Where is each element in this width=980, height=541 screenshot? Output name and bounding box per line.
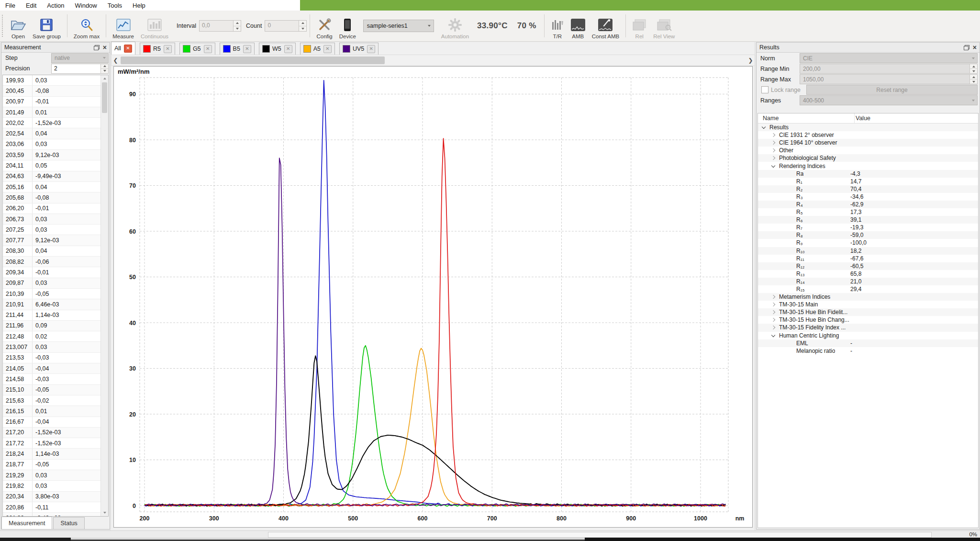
- lock-range-checkbox[interactable]: [761, 86, 768, 93]
- zoom-max-button[interactable]: Zoom max: [70, 11, 103, 40]
- table-row[interactable]: 208,300,04: [3, 246, 101, 257]
- table-row[interactable]: 201,490,01: [3, 107, 101, 118]
- menu-item-file[interactable]: File: [0, 1, 21, 10]
- table-row[interactable]: 209,870,03: [3, 278, 101, 289]
- chevron-collapsed-icon[interactable]: [771, 326, 775, 329]
- table-row[interactable]: 200,97-0,01: [3, 97, 101, 107]
- chevron-collapsed-icon[interactable]: [771, 148, 775, 152]
- close-panel-icon[interactable]: ×: [103, 45, 107, 50]
- close-tab-icon[interactable]: ✕: [367, 45, 375, 53]
- tree-row[interactable]: R₆39,1: [758, 216, 978, 224]
- table-row[interactable]: 216,150,01: [3, 406, 101, 417]
- float-panel-icon[interactable]: [964, 45, 969, 50]
- interval-spinbox[interactable]: 0,0: [199, 20, 241, 32]
- table-row[interactable]: 207,250,03: [3, 225, 101, 235]
- tree-row[interactable]: R₉-100,0: [758, 239, 978, 247]
- table-row[interactable]: 209,34-0,01: [3, 267, 101, 278]
- tree-row[interactable]: TM-30-15 Hue Bin Chang...: [758, 316, 978, 324]
- tree-row[interactable]: R₂70,4: [758, 185, 978, 193]
- series-tab-r5[interactable]: R5✕: [140, 43, 175, 55]
- tree-row[interactable]: TM-30-15 Main: [758, 301, 978, 308]
- tree-row[interactable]: Metamerism Indices: [758, 293, 978, 301]
- tree-row[interactable]: TM-30-15 Fidelity Index ...: [758, 324, 978, 331]
- tree-row[interactable]: R₁14,7: [758, 178, 978, 185]
- tree-row[interactable]: R₅17,3: [758, 208, 978, 216]
- chart-scrollbar-thumb[interactable]: [121, 56, 385, 64]
- chevron-expanded-icon[interactable]: [771, 164, 775, 168]
- table-row[interactable]: 211,441,14e-03: [3, 310, 101, 321]
- table-row[interactable]: 202,02-1,52e-03: [3, 118, 101, 128]
- table-row[interactable]: 213,0070,03: [3, 342, 101, 352]
- tree-row[interactable]: R₁₅29,4: [758, 285, 978, 293]
- chevron-expanded-icon[interactable]: [762, 125, 766, 129]
- tab-status[interactable]: Status: [53, 517, 84, 529]
- tree-name-column-header[interactable]: Name: [758, 115, 854, 122]
- series-tab-uv5[interactable]: UV5✕: [339, 43, 379, 55]
- range-min-spin-buttons[interactable]: [969, 64, 977, 73]
- reset-range-button[interactable]: Reset range: [806, 85, 978, 95]
- device-button[interactable]: Device: [336, 11, 359, 40]
- table-row[interactable]: 203,599,12e-03: [3, 150, 101, 160]
- chevron-collapsed-icon[interactable]: [771, 303, 775, 306]
- continuous-button[interactable]: Continuous: [137, 11, 172, 40]
- tree-row[interactable]: Results: [758, 124, 978, 131]
- spectrum-chart[interactable]: mW/m²/nm 2003004005006007008009001000010…: [113, 66, 753, 528]
- precision-spinbox[interactable]: 2: [51, 64, 109, 74]
- tree-row[interactable]: Rendering Indices: [758, 162, 978, 169]
- float-panel-icon[interactable]: [94, 45, 100, 50]
- tree-row[interactable]: CIE 1964 10° observer: [758, 139, 978, 147]
- chevron-collapsed-icon[interactable]: [771, 156, 775, 160]
- tree-row[interactable]: R₁₄21,0: [758, 278, 978, 285]
- menu-item-edit[interactable]: Edit: [21, 1, 42, 10]
- table-row[interactable]: 215,63-0,02: [3, 395, 101, 406]
- table-row[interactable]: 214,58-0,03: [3, 374, 101, 384]
- tree-row[interactable]: R₁₃65,8: [758, 270, 978, 278]
- series-tab-w5[interactable]: W5✕: [259, 43, 296, 55]
- spectrum-plot[interactable]: 2003004005006007008009001000010203040506…: [114, 67, 752, 527]
- table-scrollbar[interactable]: [100, 75, 108, 516]
- range-min-spinbox[interactable]: 200,00: [800, 64, 978, 74]
- table-row[interactable]: 205,160,04: [3, 182, 101, 192]
- chevron-collapsed-icon[interactable]: [771, 318, 775, 322]
- table-row[interactable]: 203,060,03: [3, 139, 101, 150]
- table-row[interactable]: 221,39-9,49e-03: [3, 513, 101, 517]
- scroll-down-icon[interactable]: [101, 509, 108, 516]
- tree-row[interactable]: Photobiological Safety: [758, 154, 978, 162]
- series-tab-all[interactable]: All✕: [111, 42, 135, 55]
- table-row[interactable]: 214,05-0,04: [3, 363, 101, 374]
- tree-row[interactable]: Human Centric Lighting: [758, 332, 978, 339]
- table-row[interactable]: 220,86-0,11: [3, 502, 101, 513]
- open-button[interactable]: Open: [7, 11, 29, 40]
- tree-value-column-header[interactable]: Value: [854, 113, 978, 123]
- table-row[interactable]: 218,241,14e-03: [3, 449, 101, 459]
- table-row[interactable]: 215,10-0,05: [3, 385, 101, 395]
- close-tab-icon[interactable]: ✕: [164, 45, 172, 53]
- close-tab-icon[interactable]: ✕: [204, 45, 212, 53]
- const-amb-button[interactable]: Const AMB: [589, 11, 623, 40]
- step-select[interactable]: native: [51, 53, 109, 63]
- config-button[interactable]: Config: [313, 11, 335, 40]
- series-select[interactable]: sample-series1: [363, 20, 434, 32]
- table-row[interactable]: 210,916,46e-03: [3, 299, 101, 310]
- close-tab-icon[interactable]: ✕: [124, 45, 132, 53]
- rel-view-button[interactable]: Rel View: [650, 11, 678, 40]
- table-row[interactable]: 212,480,02: [3, 331, 101, 342]
- scrollbar-thumb[interactable]: [102, 82, 107, 113]
- tab-measurement[interactable]: Measurement: [1, 517, 52, 529]
- menu-item-help[interactable]: Help: [127, 1, 151, 10]
- table-row[interactable]: 200,45-0,08: [3, 86, 101, 96]
- table-row[interactable]: 211,960,09: [3, 321, 101, 331]
- range-max-spin-buttons[interactable]: [969, 75, 977, 84]
- menu-item-action[interactable]: Action: [42, 1, 69, 10]
- table-row[interactable]: 206,20-0,01: [3, 203, 101, 214]
- table-row[interactable]: 218,77-0,05: [3, 460, 101, 470]
- tree-row[interactable]: R₇-19,3: [758, 224, 978, 231]
- table-row[interactable]: 219,290,03: [3, 470, 101, 481]
- tree-row[interactable]: R₁₂-60,5: [758, 262, 978, 270]
- chevron-collapsed-icon[interactable]: [771, 295, 775, 299]
- close-tab-icon[interactable]: ✕: [323, 45, 332, 53]
- tree-row[interactable]: R₁₀18,2: [758, 247, 978, 255]
- table-row[interactable]: 219,820,03: [3, 481, 101, 491]
- tree-row[interactable]: R₃-34,6: [758, 193, 978, 201]
- tree-row[interactable]: EML-: [758, 339, 978, 347]
